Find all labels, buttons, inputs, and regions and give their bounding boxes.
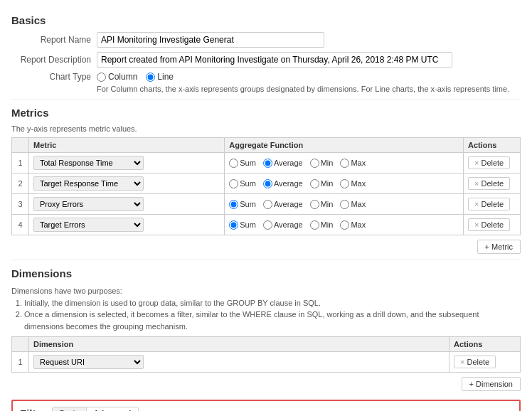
dimensions-table-row: 1Request URI× Delete	[12, 352, 521, 373]
metrics-agg-min-label: Min	[321, 220, 334, 229]
dimensions-row-actions: × Delete	[449, 352, 521, 373]
metrics-agg-min-radio[interactable]	[310, 179, 319, 188]
metrics-row-num: 2	[12, 174, 29, 194]
metrics-actions-col: Actions	[464, 138, 521, 153]
metrics-agg-sum-option[interactable]: Sum	[229, 200, 256, 209]
metrics-row-agg: Sum Average Min Max	[225, 194, 464, 215]
metrics-row-actions: × Delete	[464, 174, 521, 194]
metrics-agg-average-option[interactable]: Average	[263, 159, 303, 168]
filter-section: Filter Basic Advanced Filter String	[11, 400, 521, 411]
metrics-agg-max-label: Max	[351, 159, 366, 167]
metrics-delete-button[interactable]: × Delete	[468, 218, 510, 231]
dimensions-desc-intro: Dimensions have two purposes:	[11, 287, 122, 295]
metrics-agg-average-radio[interactable]	[263, 220, 272, 230]
metrics-agg-sum-radio[interactable]	[229, 159, 238, 168]
chart-type-hint: For Column charts, the x-axis represents…	[97, 85, 509, 93]
metrics-agg-sum-label: Sum	[240, 159, 256, 167]
metrics-agg-sum-option[interactable]: Sum	[229, 159, 256, 168]
dimensions-row-dimension: Request URI	[29, 352, 449, 373]
metrics-agg-sum-radio[interactable]	[229, 200, 238, 209]
metrics-agg-sum-option[interactable]: Sum	[229, 220, 256, 230]
metrics-agg-min-option[interactable]: Min	[310, 159, 334, 168]
metrics-agg-min-radio[interactable]	[310, 200, 319, 209]
metrics-agg-max-label: Max	[351, 179, 366, 188]
dimensions-desc-item-1: Initially, the dimension is used to grou…	[24, 297, 521, 309]
metrics-row-agg: Sum Average Min Max	[225, 215, 464, 235]
metrics-metric-select[interactable]: Proxy Errors	[33, 197, 144, 211]
metrics-agg-min-label: Min	[321, 179, 334, 188]
metrics-agg-max-option[interactable]: Max	[340, 179, 366, 188]
filter-title: Filter	[20, 407, 46, 412]
metrics-agg-average-label: Average	[274, 200, 303, 208]
metrics-delete-button[interactable]: × Delete	[468, 177, 510, 190]
metrics-row-actions: × Delete	[464, 153, 521, 174]
metrics-agg-average-option[interactable]: Average	[263, 179, 303, 188]
report-name-input[interactable]	[97, 32, 324, 48]
add-metric-button[interactable]: + Metric	[477, 240, 521, 254]
delete-x-icon: ×	[474, 200, 479, 208]
metrics-agg-sum-label: Sum	[240, 220, 256, 229]
metrics-agg-max-radio[interactable]	[340, 179, 349, 188]
metrics-agg-min-option[interactable]: Min	[310, 200, 334, 209]
add-dimension-button[interactable]: + Dimension	[462, 377, 521, 391]
metrics-table: Metric Aggregate Function Actions 1Total…	[11, 137, 521, 235]
metrics-metric-col: Metric	[29, 138, 225, 153]
chart-type-line-radio[interactable]	[146, 73, 155, 82]
metrics-agg-average-option[interactable]: Average	[263, 220, 303, 230]
metrics-row-metric: Total Response Time	[29, 153, 225, 174]
filter-tab-advanced[interactable]: Advanced	[87, 407, 139, 411]
metrics-agg-max-radio[interactable]	[340, 220, 349, 230]
chart-type-column-option[interactable]: Column	[97, 72, 137, 82]
metrics-agg-sum-radio[interactable]	[229, 179, 238, 188]
metrics-agg-max-option[interactable]: Max	[340, 159, 366, 168]
metrics-agg-min-option[interactable]: Min	[310, 220, 334, 230]
metrics-agg-sum-option[interactable]: Sum	[229, 179, 256, 188]
metrics-agg-average-label: Average	[274, 220, 303, 229]
dimensions-dimension-col: Dimension	[29, 337, 449, 352]
metrics-agg-max-radio[interactable]	[340, 200, 349, 209]
metrics-agg-sum-radio[interactable]	[229, 220, 238, 230]
chart-type-label: Chart Type	[11, 72, 97, 82]
metrics-agg-max-label: Max	[351, 200, 366, 208]
metrics-agg-sum-label: Sum	[240, 200, 256, 208]
metrics-agg-min-label: Min	[321, 200, 334, 208]
metrics-agg-average-radio[interactable]	[263, 200, 272, 209]
dimensions-table: Dimension Actions 1Request URI× Delete	[11, 336, 521, 373]
metrics-num-col	[12, 138, 29, 153]
delete-x-icon: ×	[474, 179, 479, 188]
metrics-table-row: 2Target Response Time Sum Average Min Ma…	[12, 174, 521, 194]
dimensions-desc-list: Initially, the dimension is used to grou…	[11, 297, 521, 333]
metrics-table-row: 3Proxy Errors Sum Average Min Max× Delet…	[12, 194, 521, 215]
dimensions-title: Dimensions	[11, 267, 521, 279]
metrics-subtitle: The y-axis represents metric values.	[11, 124, 521, 133]
metrics-metric-select[interactable]: Target Errors	[33, 218, 144, 232]
metrics-agg-average-radio[interactable]	[263, 159, 272, 168]
metrics-row-actions: × Delete	[464, 215, 521, 235]
metrics-agg-min-label: Min	[321, 159, 334, 167]
report-description-input[interactable]	[97, 52, 452, 68]
metrics-row-num: 4	[12, 215, 29, 235]
metrics-agg-max-option[interactable]: Max	[340, 200, 366, 209]
delete-x-icon: ×	[460, 358, 464, 366]
metrics-agg-min-option[interactable]: Min	[310, 179, 334, 188]
metrics-metric-select[interactable]: Total Response Time	[33, 156, 144, 170]
metrics-agg-sum-label: Sum	[240, 179, 256, 188]
metrics-agg-average-radio[interactable]	[263, 179, 272, 188]
metrics-delete-button[interactable]: × Delete	[468, 156, 510, 169]
metrics-agg-min-radio[interactable]	[310, 220, 319, 230]
metrics-agg-average-label: Average	[274, 159, 303, 167]
metrics-agg-max-radio[interactable]	[340, 159, 349, 168]
chart-type-line-option[interactable]: Line	[146, 72, 174, 82]
chart-type-column-radio[interactable]	[97, 73, 106, 82]
metrics-agg-min-radio[interactable]	[310, 159, 319, 168]
metrics-delete-button[interactable]: × Delete	[468, 198, 510, 210]
filter-tab-basic[interactable]: Basic	[53, 407, 87, 411]
dimensions-dimension-select[interactable]: Request URI	[33, 355, 144, 369]
metrics-metric-select[interactable]: Target Response Time	[33, 176, 144, 191]
delete-x-icon: ×	[474, 159, 479, 167]
metrics-agg-max-option[interactable]: Max	[340, 220, 366, 230]
dimensions-delete-button[interactable]: × Delete	[454, 356, 496, 368]
metrics-row-num: 1	[12, 153, 29, 174]
metrics-agg-average-option[interactable]: Average	[263, 200, 303, 209]
metrics-row-num: 3	[12, 194, 29, 215]
